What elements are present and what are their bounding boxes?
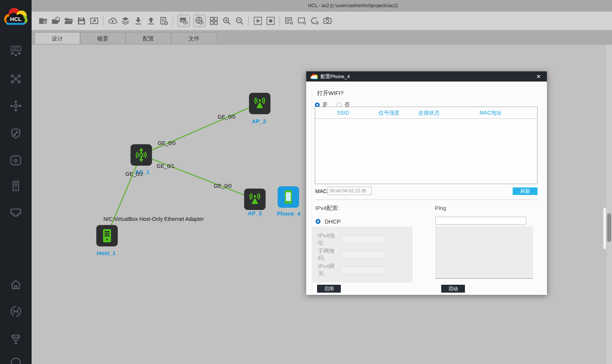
device-Phone_4[interactable] [278, 186, 299, 208]
mac-label: MAC: [315, 188, 328, 194]
stop-all-icon[interactable] [266, 16, 275, 26]
add-device-list-icon[interactable] [284, 16, 294, 26]
scrollbar-thumb[interactable] [607, 213, 611, 242]
scroll-indicator [603, 208, 606, 249]
zoom-in-icon[interactable] [222, 16, 231, 26]
tab-summary[interactable]: 概要 [80, 32, 126, 44]
ping-section-label: Ping [435, 205, 446, 211]
window-title: HCL - ac2 [c:\users\admin\hcl\projects\a… [308, 3, 398, 8]
ping-target-input[interactable] [435, 217, 526, 225]
main-toolbar [32, 12, 612, 30]
ssid-table[interactable]: SSID信号强度连接状态MAC地址 [315, 107, 538, 184]
screenshot-camera-icon[interactable] [323, 16, 332, 26]
device-label-AP_3: AP_3 [248, 210, 262, 216]
dialog-titlebar[interactable]: 配置Phone_4 ✕ [306, 71, 547, 82]
subnet-mask-input[interactable] [341, 251, 385, 259]
ssid-col-header: 连接状态 [418, 110, 439, 116]
device-label-Phone_4: Phone_4 [277, 210, 301, 217]
export-icon[interactable] [146, 16, 156, 26]
sidebar-item-wireless[interactable] [9, 154, 22, 167]
link-AC_1-Host_1[interactable] [107, 155, 141, 236]
start-ping-button[interactable]: 启动 [441, 285, 465, 293]
sidebar-item-diy[interactable]: DIY [8, 45, 23, 58]
mac-input[interactable]: 00:e0:04:02:12:35 [328, 187, 372, 195]
dialog-title: 配置Phone_4 [320, 73, 350, 80]
vertical-scrollbar[interactable] [606, 45, 612, 364]
sidebar-item-move-mode[interactable] [9, 100, 22, 112]
report-icon[interactable] [159, 16, 169, 26]
device-AP_2[interactable] [249, 93, 270, 114]
dhcp-radio[interactable] [316, 219, 320, 224]
hcl-cloud-icon [310, 73, 318, 80]
sidebar-item-adapter[interactable] [9, 205, 23, 218]
sidebar-item-rank[interactable] [9, 333, 22, 346]
add-connection-icon[interactable] [310, 16, 319, 26]
hcl-logo: HCL [3, 7, 28, 26]
network-visibility-icon[interactable] [193, 15, 206, 27]
sidebar-item-firewall[interactable] [10, 127, 22, 140]
dialog-divider [315, 199, 538, 200]
ipv4-gateway-input[interactable] [341, 266, 385, 274]
dhcp-label: DHCP [325, 218, 341, 225]
zoom-out-icon[interactable] [235, 16, 244, 26]
sidebar-item-link-mode[interactable] [9, 72, 22, 85]
window-titlebar: HCL - ac2 [c:\users\admin\hcl\projects\a… [32, 0, 612, 12]
device-Host_1[interactable] [96, 225, 118, 246]
tab-design[interactable]: 设计 [35, 32, 80, 44]
link-AC_1-AP_2[interactable] [141, 103, 260, 155]
wifi-question-label: 打开WIFI? [317, 90, 343, 97]
ssid-col-header: 信号强度 [378, 110, 399, 116]
dhcp-radio-row: DHCP [316, 218, 341, 225]
toolbar-separator [173, 16, 173, 26]
image-visibility-icon[interactable] [178, 15, 190, 27]
sidebar-item-home[interactable] [9, 278, 22, 291]
ssid-col-header: SSID [337, 110, 349, 116]
tab-files[interactable]: 文件 [171, 32, 217, 44]
toolbar-separator [248, 16, 249, 26]
refresh-button[interactable]: 刷新 [513, 187, 538, 195]
topology-canvas[interactable]: NIC:VirtualBox Host-Only Ethernet Adapte… [32, 45, 606, 364]
device-sidebar: HCL DIY [0, 0, 32, 364]
device-AC_1[interactable] [131, 144, 152, 166]
device-label-Host_1: Host_1 [97, 250, 115, 256]
add-note-icon[interactable] [297, 16, 307, 26]
open-project-icon[interactable] [51, 16, 61, 26]
link-AC_1-AP_3[interactable] [141, 155, 255, 199]
hcl-logo-text: HCL [10, 16, 22, 22]
grid-arrange-icon[interactable] [209, 16, 219, 26]
phone4-config-dialog: 配置Phone_4 ✕ 打开WIFI? 是 否 SSID信号强度连接状态MAC地… [306, 71, 547, 295]
cloud-download-icon[interactable] [108, 16, 117, 26]
view-tabstrip: 设计概要配置文件 [32, 31, 612, 45]
device-label-AP_2: AP_2 [252, 118, 266, 124]
device-stack-icon[interactable] [121, 16, 130, 26]
export-project-icon[interactable] [90, 16, 99, 26]
new-project-icon[interactable] [38, 16, 48, 26]
port-label: GE_0/0 [217, 114, 235, 120]
ssid-table-header: SSID信号强度连接状态MAC地址 [315, 107, 537, 119]
port-label: GE_0/1 [156, 163, 174, 169]
ipv4-section-label: IPv4配置: [315, 205, 339, 212]
sidebar-item-hcl-h[interactable] [9, 305, 22, 318]
ssid-col-header: MAC地址 [479, 110, 501, 116]
start-all-icon[interactable] [253, 16, 263, 26]
diy-icon-text: DIY [13, 47, 19, 51]
port-label: GE_0/2 [125, 171, 143, 177]
port-label: GE_0/0 [158, 140, 175, 146]
save-icon[interactable] [77, 16, 86, 26]
sidebar-item-user[interactable] [10, 356, 22, 364]
tab-config[interactable]: 配置 [126, 32, 171, 44]
toolbar-separator [279, 16, 280, 26]
sidebar-item-server[interactable] [10, 180, 22, 192]
ipv4-address-label: IPv4地址: [318, 232, 341, 246]
ipv4-gateway-label: IPv4网关: [318, 263, 341, 277]
hcl-app-window: HCL DIY [0, 0, 612, 364]
nic-label: NIC:VirtualBox Host-Only Ethernet Adapte… [103, 216, 204, 222]
device-AP_3[interactable] [244, 189, 266, 210]
ping-output-area [435, 226, 533, 279]
enable-button[interactable]: 启用 [317, 285, 341, 293]
toolbar-separator [103, 16, 103, 26]
close-icon[interactable]: ✕ [534, 73, 543, 80]
import-icon[interactable] [134, 16, 143, 26]
ipv4-address-input[interactable] [341, 236, 385, 243]
open-folder-icon[interactable] [64, 16, 73, 26]
